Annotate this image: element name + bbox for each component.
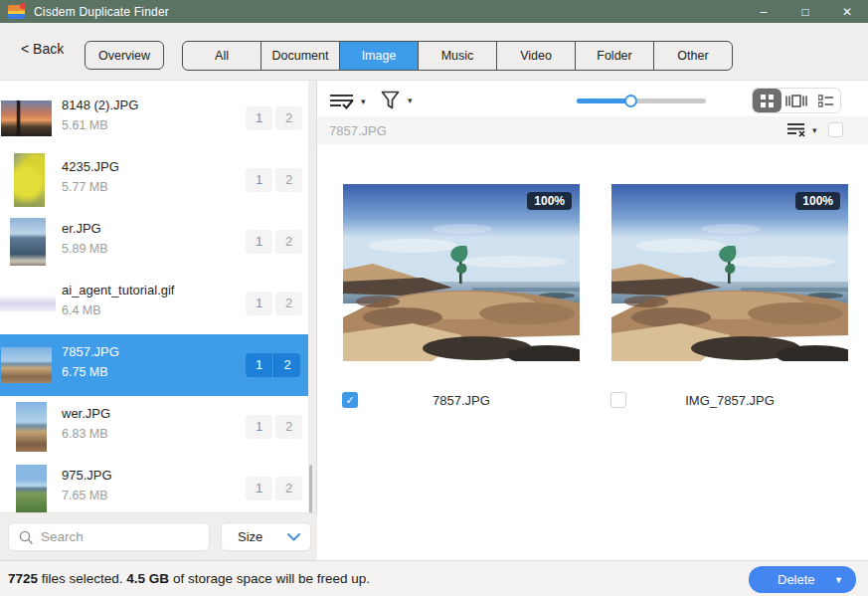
file-size: 5.89 MB	[62, 242, 108, 256]
list-item[interactable]: wer.JPG 6.83 MB 1 2	[0, 396, 308, 458]
file-thumbnail	[14, 153, 45, 207]
card-file-name: 7857.JPG	[343, 393, 580, 408]
delete-label: Delete	[778, 572, 815, 587]
version-badge-1[interactable]: 1	[246, 477, 272, 500]
view-mode-group	[752, 88, 841, 113]
app-window: Cisdem Duplicate Finder – □ ✕ < Back Ove…	[0, 0, 868, 596]
tab-music[interactable]: Music	[419, 42, 497, 70]
back-button[interactable]: < Back	[21, 41, 64, 57]
preview-image[interactable]: 100%	[343, 184, 580, 361]
delete-dropdown-icon[interactable]: ▼	[834, 575, 843, 585]
file-size: 6.4 MB	[62, 303, 101, 317]
view-grid-button[interactable]	[753, 89, 781, 112]
tab-image[interactable]: Image	[340, 42, 419, 70]
file-name: 975.JPG	[62, 468, 112, 483]
file-name: 7857.JPG	[62, 344, 119, 359]
file-thumbnail	[10, 218, 46, 266]
card-file-name: IMG_7857.JPG	[611, 393, 848, 408]
zoom-slider-fill	[577, 99, 631, 103]
version-badge-2[interactable]: 2	[275, 230, 302, 254]
window-title: Cisdem Duplicate Finder	[34, 5, 169, 19]
view-carousel-button[interactable]	[781, 89, 810, 112]
beach-photo	[611, 184, 848, 361]
list-item[interactable]: 4235.JPG 5.77 MB 1 2	[0, 149, 308, 211]
list-item[interactable]: 8148 (2).JPG 5.61 MB 1 2	[0, 88, 308, 149]
filter-button[interactable]: ▾	[381, 91, 413, 110]
delete-button[interactable]: Delete ▼	[749, 566, 856, 593]
file-name: ai_agent_tutorial.gif	[62, 283, 174, 298]
list-item-selected[interactable]: 7857.JPG 6.75 MB 1 2	[0, 334, 308, 396]
tab-document[interactable]: Document	[261, 42, 340, 70]
search-icon	[19, 530, 34, 545]
chevron-down-icon	[287, 533, 300, 541]
caret-down-icon: ▾	[361, 97, 366, 106]
caret-down-icon: ▾	[812, 125, 817, 135]
maximize-button[interactable]: □	[784, 0, 826, 23]
version-badge-2[interactable]: 2	[275, 106, 302, 130]
sidebar-scrollbar[interactable]	[309, 465, 312, 519]
group-title: 7857.JPG	[329, 123, 387, 138]
file-size: 5.77 MB	[62, 180, 108, 194]
zoom-slider-thumb[interactable]	[624, 95, 637, 107]
tab-other[interactable]: Other	[654, 42, 732, 70]
file-name: er.JPG	[62, 221, 101, 236]
titlebar: Cisdem Duplicate Finder – □ ✕	[0, 0, 868, 23]
file-thumbnail	[1, 347, 52, 383]
file-name: 8148 (2).JPG	[62, 98, 138, 112]
file-thumbnail	[16, 402, 47, 452]
list-item[interactable]: 975.JPG 7.65 MB 1 2	[0, 458, 308, 519]
version-badge-1[interactable]: 1	[246, 230, 272, 254]
search-input[interactable]	[41, 524, 205, 549]
carousel-view-icon	[785, 95, 807, 107]
list-item[interactable]: ai_agent_tutorial.gif 6.4 MB 1 2	[0, 273, 308, 334]
version-badge-1[interactable]: 1	[246, 353, 272, 377]
similarity-badge: 100%	[527, 192, 572, 210]
overview-button[interactable]: Overview	[85, 41, 164, 70]
file-name: 4235.JPG	[62, 159, 119, 174]
list-item[interactable]: er.JPG 5.89 MB 1 2	[0, 211, 308, 273]
version-badge-2[interactable]: 2	[275, 292, 302, 315]
version-badge-1[interactable]: 1	[246, 415, 272, 439]
freed-space: 4.5 GB	[126, 571, 169, 586]
tab-all[interactable]: All	[183, 42, 261, 70]
list-view-icon	[818, 95, 833, 107]
tab-video[interactable]: Video	[497, 42, 576, 70]
similarity-badge: 100%	[795, 192, 840, 210]
status-bar: 7725 files selected. 4.5 GB of storage s…	[0, 560, 868, 596]
version-badge-1[interactable]: 1	[246, 168, 272, 192]
category-tab-bar: All Document Image Music Video Folder Ot…	[182, 41, 733, 71]
minimize-button[interactable]: –	[743, 0, 784, 23]
zoom-slider[interactable]	[577, 95, 706, 106]
size-filter-value: Size	[238, 529, 262, 544]
version-badge-1[interactable]: 1	[246, 292, 272, 315]
tab-folder[interactable]: Folder	[576, 42, 654, 70]
filter-funnel-icon	[381, 91, 400, 110]
version-badge-2[interactable]: 2	[273, 353, 300, 377]
size-filter-select[interactable]: Size	[221, 522, 311, 551]
status-text: 7725 files selected. 4.5 GB of storage s…	[8, 571, 370, 586]
file-size: 7.65 MB	[62, 489, 108, 502]
version-badge-2[interactable]: 2	[275, 415, 302, 439]
close-button[interactable]: ✕	[826, 0, 868, 23]
clear-list-icon	[787, 122, 807, 137]
preview-image[interactable]: 100%	[611, 184, 848, 361]
group-header: 7857.JPG ▾	[317, 116, 868, 144]
search-box	[8, 522, 210, 551]
file-size: 6.83 MB	[62, 427, 108, 441]
file-size: 6.75 MB	[62, 365, 108, 379]
grid-view-icon	[761, 95, 774, 107]
selected-count: 7725	[8, 571, 38, 586]
file-thumbnail	[0, 295, 56, 311]
top-toolbar: < Back Overview All Document Image Music…	[0, 23, 868, 81]
version-badge-1[interactable]: 1	[246, 106, 272, 130]
group-select-checkbox[interactable]	[828, 122, 843, 137]
clear-selection-button[interactable]: ▾	[787, 122, 817, 137]
version-badge-2[interactable]: 2	[275, 168, 302, 192]
version-badge-2[interactable]: 2	[275, 477, 302, 500]
beach-photo	[343, 184, 580, 361]
auto-select-button[interactable]: ▾	[329, 93, 366, 110]
view-list-button[interactable]	[811, 89, 840, 112]
caret-down-icon: ▾	[408, 96, 413, 105]
file-thumbnail	[16, 465, 47, 512]
results-panel: 100%	[317, 144, 868, 560]
